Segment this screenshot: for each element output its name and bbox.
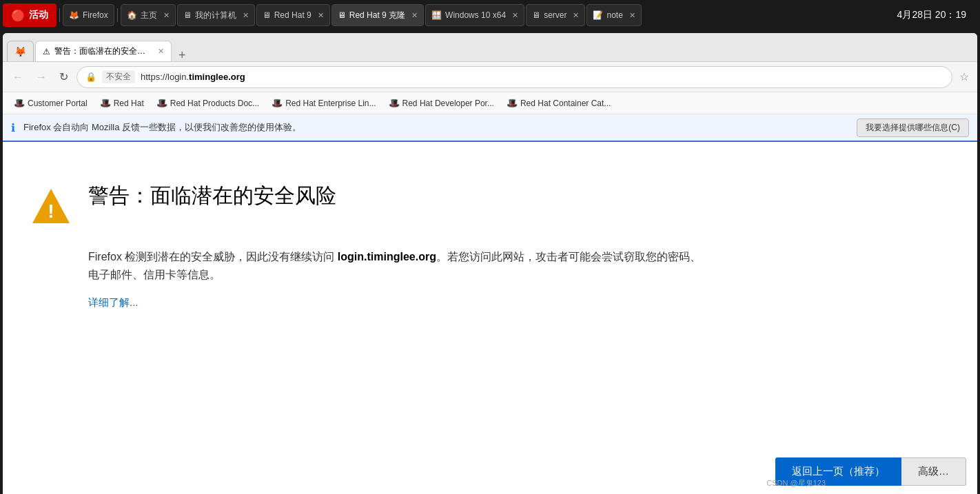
insecure-label: 不安全	[102, 70, 135, 83]
note-icon: 📝	[593, 10, 603, 20]
bookmark-redhat-developer[interactable]: 🎩 Red Hat Developer Por...	[383, 96, 500, 110]
firefox-label: Firefox	[83, 10, 108, 20]
activity-label: 活动	[29, 9, 48, 21]
tab-label: Windows 10 x64	[445, 10, 506, 20]
divider	[59, 8, 60, 22]
bookmark-label: Red Hat Container Cat...	[520, 99, 611, 108]
url-prefix: https://login.	[141, 72, 189, 82]
redhat-bookmark-icon: 🎩	[507, 98, 518, 108]
firefox-taskbar-item[interactable]: 🦊 Firefox	[63, 4, 114, 26]
redhat-bookmark-icon: 🎩	[14, 98, 25, 108]
address-bar[interactable]: 🔒 不安全 https://login.timinglee.org	[76, 66, 952, 88]
browser-tab-warning[interactable]: ⚠ 警告：面临潜在的安全风... ✕	[35, 41, 172, 61]
monitor-icon: 🖥	[338, 10, 346, 20]
clock: 4月28日 20：19	[897, 9, 977, 21]
activity-button[interactable]: 🔴 活动	[3, 3, 57, 27]
warning-body: Firefox 检测到潜在的安全威胁，因此没有继续访问 login.timing…	[88, 248, 708, 311]
bookmark-star-button[interactable]: ☆	[957, 68, 972, 86]
tab-close-icon[interactable]: ✕	[158, 47, 164, 56]
forward-button[interactable]: →	[32, 68, 51, 86]
close-icon[interactable]: ✕	[629, 11, 635, 20]
close-icon[interactable]: ✕	[573, 11, 579, 20]
notification-bar: ℹ Firefox 会自动向 Mozilla 反馈一些数据，以便我们改善您的使用…	[3, 114, 977, 142]
close-icon[interactable]: ✕	[318, 11, 324, 20]
info-icon: ℹ	[11, 121, 15, 134]
tab-label: note	[606, 10, 622, 20]
tab-bar: 🦊 ⚠ 警告：面临潜在的安全风... ✕ +	[3, 33, 977, 62]
firefox-logo: 🦊	[14, 46, 26, 57]
monitor-icon: 🖥	[263, 10, 271, 20]
bookmark-redhat-container[interactable]: 🎩 Red Hat Container Cat...	[501, 96, 616, 110]
bookmarks-bar: 🎩 Customer Portal 🎩 Red Hat 🎩 Red Hat Pr…	[3, 92, 977, 114]
new-tab-button[interactable]: +	[173, 49, 192, 61]
taskbar-tab-win10[interactable]: 🪟 Windows 10 x64 ✕	[425, 4, 524, 26]
refresh-button[interactable]: ↻	[55, 68, 72, 86]
taskbar-tab-home[interactable]: 🏠 主页 ✕	[121, 4, 176, 26]
bookmark-label: Customer Portal	[28, 99, 88, 108]
warning-description: Firefox 检测到潜在的安全威胁，因此没有继续访问 login.timing…	[88, 248, 708, 283]
windows-icon: 🪟	[431, 10, 442, 20]
lock-icon: 🔒	[85, 72, 96, 82]
redhat-icon: 🔴	[11, 9, 25, 22]
bookmark-label: Red Hat	[114, 99, 144, 108]
notification-choose-button[interactable]: 我要选择提供哪些信息(C)	[857, 119, 969, 137]
close-icon[interactable]: ✕	[411, 11, 418, 20]
tab-label: 我的计算机	[195, 10, 236, 21]
browser-tab-inactive: 🦊	[7, 41, 34, 61]
taskbar-tab-redhat9[interactable]: 🖥 Red Hat 9 ✕	[256, 4, 330, 26]
warning-header: ! 警告：面临潜在的安全风险	[30, 183, 950, 227]
content-area: ! 警告：面临潜在的安全风险 Firefox 检测到潜在的安全威胁，因此没有继续…	[3, 142, 977, 494]
tab-title: 警告：面临潜在的安全风...	[54, 45, 151, 57]
bookmark-redhat[interactable]: 🎩 Red Hat	[94, 96, 150, 110]
taskbar-tab-note[interactable]: 📝 note ✕	[586, 4, 641, 26]
tab-label: Red Hat 9	[274, 10, 312, 20]
redhat-bookmark-icon: 🎩	[272, 98, 283, 108]
bookmark-redhat-products[interactable]: 🎩 Red Hat Products Doc...	[151, 96, 265, 110]
bookmark-label: Red Hat Developer Por...	[402, 99, 494, 108]
bookmark-label: Red Hat Enterprise Lin...	[285, 99, 376, 108]
bookmark-customer-portal[interactable]: 🎩 Customer Portal	[8, 96, 93, 110]
bookmark-redhat-enterprise[interactable]: 🎩 Red Hat Enterprise Lin...	[266, 96, 381, 110]
divider2	[117, 8, 118, 22]
tab-label: server	[544, 10, 566, 20]
monitor-icon: 🖥	[183, 10, 192, 20]
monitor-icon: 🖥	[532, 10, 540, 20]
browser-window: 🦊 ⚠ 警告：面临潜在的安全风... ✕ + ← → ↻ 🔒 不安全 https…	[3, 33, 977, 494]
tab-label: Red Hat 9 克隆	[349, 10, 405, 21]
close-icon[interactable]: ✕	[243, 11, 249, 20]
taskbar-tab-redhat9clone[interactable]: 🖥 Red Hat 9 克隆 ✕	[331, 4, 424, 26]
url-domain: timinglee.org	[189, 72, 245, 82]
warning-text-before: Firefox 检测到潜在的安全威胁，因此没有继续访问	[88, 251, 338, 263]
bookmark-label: Red Hat Products Doc...	[170, 99, 259, 108]
advanced-button[interactable]: 高级…	[901, 457, 966, 486]
nav-bar: ← → ↻ 🔒 不安全 https://login.timinglee.org …	[3, 62, 977, 92]
warning-domain: login.timinglee.org	[338, 251, 436, 263]
address-url: https://login.timinglee.org	[141, 72, 943, 82]
warning-favicon: ⚠	[43, 47, 50, 56]
svg-text:!: !	[48, 200, 54, 222]
taskbar-tab-server[interactable]: 🖥 server ✕	[526, 4, 585, 26]
taskbar: 🔴 活动 🦊 Firefox 🏠 主页 ✕ 🖥 我的计算机 ✕ 🖥 Red Ha…	[0, 0, 980, 30]
close-icon[interactable]: ✕	[163, 11, 170, 20]
redhat-bookmark-icon: 🎩	[100, 98, 111, 108]
csdn-watermark: CSDN @星鬼123	[766, 478, 826, 488]
taskbar-tab-mycomputer[interactable]: 🖥 我的计算机 ✕	[177, 4, 255, 26]
close-icon[interactable]: ✕	[512, 11, 518, 20]
notification-text: Firefox 会自动向 Mozilla 反馈一些数据，以便我们改善您的使用体验…	[23, 121, 848, 134]
back-button[interactable]: ←	[8, 68, 28, 86]
tab-label: 主页	[141, 10, 157, 21]
redhat-bookmark-icon: 🎩	[156, 98, 167, 108]
firefox-icon: 🦊	[69, 10, 79, 20]
redhat-bookmark-icon: 🎩	[389, 98, 400, 108]
learn-more-link[interactable]: 详细了解...	[88, 294, 708, 311]
warning-triangle-icon: !	[30, 186, 72, 227]
warning-title: 警告：面临潜在的安全风险	[88, 183, 336, 208]
home-icon: 🏠	[127, 10, 137, 20]
